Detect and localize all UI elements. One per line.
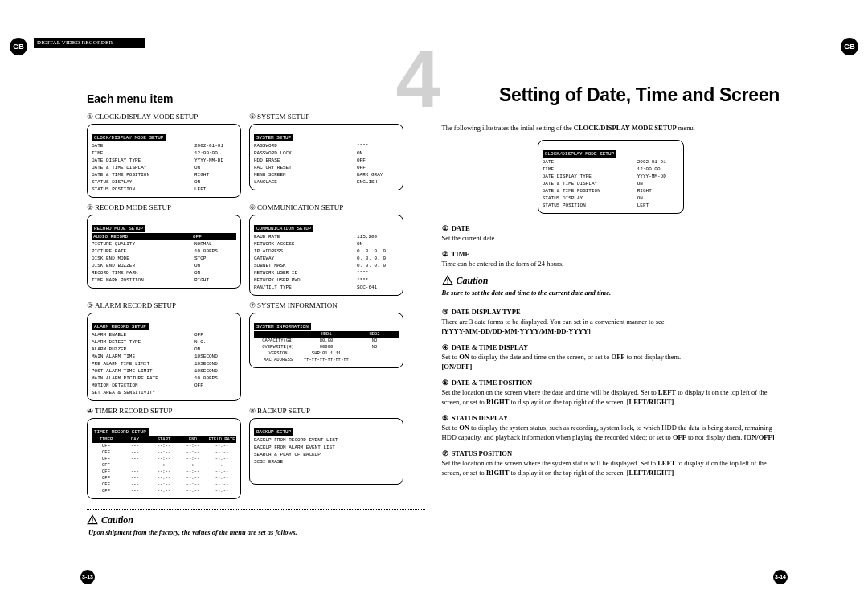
osd-alarm: ALARM RECORD SETUP ALARM ENABLEOFFALARM … — [87, 313, 241, 401]
circle-5: ⑤ — [249, 112, 256, 121]
osd-title: TIMER RECORD SETUP — [92, 428, 149, 436]
two-page-spread: Each menu item ①CLOCK/DISPLAY MODE SETUP… — [79, 51, 788, 565]
menu-heading: SYSTEM SETUP — [257, 113, 309, 121]
menu-item-comm: ⑥COMMUNICATION SETUP COMMUNICATION SETUP… — [249, 203, 407, 296]
osd-clock: CLOCK/DISPLAY MODE SETUP DATE2002-01-01T… — [87, 124, 241, 198]
gb-badge-left: GB — [10, 38, 27, 55]
definition-list: ① DATE Set the current date. ② TIME Time… — [442, 223, 780, 268]
osd-clock-right: CLOCK/DISPLAY MODE SETUP DATE2002-01-01T… — [538, 140, 684, 214]
menu-heading: ALARM RECORD SETUP — [95, 301, 176, 309]
osd-backup: BACKUP SETUP BACKUP FROM RECORD EVENT LI… — [249, 418, 403, 485]
left-section-title: Each menu item — [87, 92, 425, 105]
gb-badge-right: GB — [841, 38, 858, 55]
circle-3: ③ — [87, 301, 93, 310]
osd-record: RECORD MODE SETUP AUDIO RECORDOFF PICTUR… — [87, 215, 241, 289]
right-page: 4 Setting of Date, Time and Screen The f… — [434, 51, 788, 565]
product-header: DIGITAL VIDEO RECORDER — [34, 38, 145, 48]
page-number-left: 3-13 — [80, 570, 95, 584]
svg-point-3 — [447, 282, 448, 283]
chapter-number: 4 — [395, 54, 440, 104]
caution-label-right: Caution — [442, 275, 780, 286]
osd-title: CLOCK/DISPLAY MODE SETUP — [542, 150, 616, 158]
osd-title: ALARM RECORD SETUP — [92, 323, 149, 330]
intro-text: The following illustrates the intial set… — [442, 123, 780, 133]
osd-comm: COMMUNICATION SETUP BAUD RATE115,200NETW… — [249, 215, 403, 296]
menu-grid: ①CLOCK/DISPLAY MODE SETUP CLOCK/DISPLAY … — [87, 112, 425, 499]
circle-1: ① — [87, 112, 93, 121]
menu-item-clock: ①CLOCK/DISPLAY MODE SETUP CLOCK/DISPLAY … — [87, 112, 244, 198]
menu-item-record: ②RECORD MODE SETUP RECORD MODE SETUP AUD… — [87, 203, 244, 296]
page-number-right: 3-14 — [773, 570, 788, 584]
definition-list-2: ③ DATE DISPLAY TYPE There are 3 date for… — [442, 307, 780, 477]
circle-4: ④ — [87, 406, 93, 416]
osd-system: SYSTEM SETUP PASSWORD****PASSWORD LOCKON… — [249, 124, 403, 190]
menu-item-timer: ④TIMER RECORD SETUP TIMER RECORD SETUP T… — [87, 406, 244, 499]
left-page: Each menu item ①CLOCK/DISPLAY MODE SETUP… — [79, 51, 434, 565]
osd-title: SYSTEM INFORMATION — [254, 323, 311, 330]
menu-heading: TIMER RECORD SETUP — [95, 407, 173, 415]
menu-heading: RECORD MODE SETUP — [95, 203, 171, 211]
osd-title: CLOCK/DISPLAY MODE SETUP — [92, 134, 166, 141]
osd-title: SYSTEM SETUP — [254, 134, 293, 141]
osd-timer: TIMER RECORD SETUP TIMERDAYSTARTENDFIELD… — [87, 418, 241, 499]
menu-item-system: ⑤SYSTEM SETUP SYSTEM SETUP PASSWORD****P… — [249, 112, 407, 198]
caution-note: Be sure to set the date and time to the … — [442, 288, 780, 297]
osd-val: OFF — [193, 233, 235, 240]
menu-item-alarm: ③ALARM RECORD SETUP ALARM RECORD SETUP A… — [87, 301, 244, 401]
separator — [87, 509, 425, 510]
right-page-title: Setting of Date, Time and Screen — [442, 84, 780, 105]
svg-point-1 — [92, 522, 92, 522]
osd-title: COMMUNICATION SETUP — [254, 225, 313, 232]
caution-body: Upon shipment from the factory, the valu… — [88, 527, 425, 538]
circle-2: ② — [87, 203, 93, 212]
osd-sysinfo: SYSTEM INFORMATION HDD1HDD2CAPACITY(GB)8… — [249, 313, 403, 368]
circle-8: ⑧ — [249, 406, 256, 416]
warning-icon — [442, 275, 453, 286]
warning-icon — [87, 514, 98, 526]
osd-title: BACKUP SETUP — [254, 428, 293, 436]
osd-key: AUDIO RECORD — [93, 233, 193, 240]
menu-heading: SYSTEM INFORMATION — [257, 301, 338, 309]
menu-item-backup: ⑧BACKUP SETUP BACKUP SETUP BACKUP FROM R… — [249, 406, 407, 499]
menu-item-sysinfo: ⑦SYSTEM INFORMATION SYSTEM INFORMATION H… — [249, 301, 407, 401]
osd-title: RECORD MODE SETUP — [92, 225, 145, 232]
circle-6: ⑥ — [249, 203, 256, 212]
caution-text-label: Caution — [101, 514, 133, 526]
menu-heading: COMMUNICATION SETUP — [257, 203, 343, 211]
caution-label: Caution — [87, 514, 425, 526]
circle-7: ⑦ — [249, 301, 256, 310]
menu-heading: CLOCK/DISPLAY MODE SETUP — [95, 113, 198, 121]
menu-heading: BACKUP SETUP — [257, 407, 310, 415]
